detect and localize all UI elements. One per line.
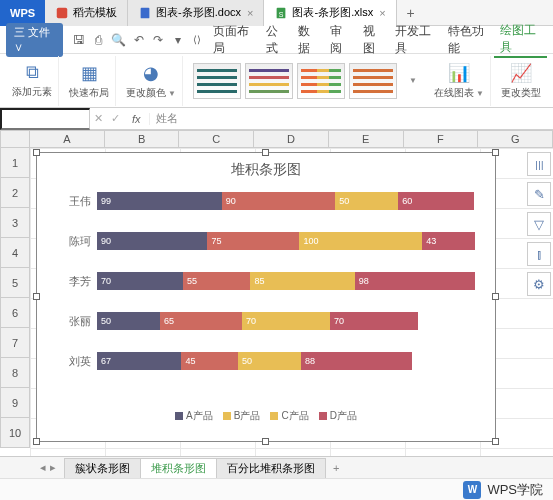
resize-handle[interactable]: [33, 438, 40, 445]
gallery-more-icon[interactable]: ▼: [409, 76, 417, 85]
col-header[interactable]: F: [404, 130, 479, 148]
chart-style-1[interactable]: [193, 63, 241, 99]
bar-segment[interactable]: 70: [97, 272, 183, 290]
row-header[interactable]: 9: [0, 388, 30, 418]
bar-segment[interactable]: 67: [97, 352, 181, 370]
online-chart-button[interactable]: 📊 在线图表▼: [428, 56, 491, 106]
select-all-corner[interactable]: [0, 130, 30, 148]
bar-segment[interactable]: 90: [97, 232, 207, 250]
row-header[interactable]: 6: [0, 298, 30, 328]
legend-item[interactable]: B产品: [223, 409, 261, 423]
stacked-bar[interactable]: 50657070: [97, 312, 475, 330]
brush-icon[interactable]: ✎: [527, 182, 551, 206]
chart-style-3[interactable]: [297, 63, 345, 99]
fx-icon[interactable]: fx: [124, 113, 150, 125]
menu-drawing-tools[interactable]: 绘图工具: [494, 22, 547, 58]
row-header[interactable]: 5: [0, 268, 30, 298]
chart-bar-row[interactable]: 刘英67455088: [97, 343, 475, 379]
bar-segment[interactable]: 55: [183, 272, 251, 290]
menu-review[interactable]: 审阅: [324, 23, 356, 57]
chart-legend[interactable]: A产品 B产品 C产品 D产品: [37, 403, 495, 423]
bar-segment[interactable]: 60: [398, 192, 474, 210]
col-header[interactable]: A: [30, 130, 105, 148]
col-header[interactable]: E: [329, 130, 404, 148]
quick-layout-button[interactable]: ▦ 快速布局: [63, 56, 116, 106]
chart-type-icon[interactable]: ⫿: [527, 242, 551, 266]
file-menu[interactable]: 三 文件 ∨: [6, 23, 63, 57]
fx-cancel-icon[interactable]: ✕: [90, 112, 107, 125]
save-icon[interactable]: 🖫: [72, 32, 86, 48]
add-sheet-button[interactable]: +: [325, 462, 347, 474]
sheet-tab[interactable]: 百分比堆积条形图: [216, 458, 326, 478]
bar-segment[interactable]: 75: [207, 232, 299, 250]
row-header[interactable]: 2: [0, 178, 30, 208]
col-header[interactable]: G: [478, 130, 553, 148]
resize-handle[interactable]: [33, 149, 40, 156]
bar-segment[interactable]: 85: [250, 272, 354, 290]
col-header[interactable]: D: [254, 130, 329, 148]
bar-segment[interactable]: 70: [242, 312, 330, 330]
chart-bar-row[interactable]: 李芳70558598: [97, 263, 475, 299]
menu-layout[interactable]: 页面布局: [207, 23, 260, 57]
sheet-tab-active[interactable]: 堆积条形图: [140, 458, 217, 478]
nav-next-icon[interactable]: ▸: [50, 461, 56, 474]
undo-icon[interactable]: ↶: [132, 32, 146, 48]
tab-template[interactable]: 稻壳模板: [45, 0, 128, 26]
change-color-button[interactable]: ◕ 更改颜色▼: [120, 56, 183, 106]
bar-segment[interactable]: 50: [335, 192, 398, 210]
legend-item[interactable]: D产品: [319, 409, 357, 423]
bar-segment[interactable]: 50: [238, 352, 301, 370]
filter-icon[interactable]: ▽: [527, 212, 551, 236]
chevron-down-icon[interactable]: ▾: [171, 32, 185, 48]
menu-dev[interactable]: 开发工具: [389, 23, 442, 57]
bar-segment[interactable]: 100: [299, 232, 422, 250]
stacked-bar[interactable]: 67455088: [97, 352, 475, 370]
chart-object[interactable]: 堆积条形图 王伟99905060陈珂907510043李芳70558598张丽5…: [36, 152, 496, 442]
print-icon[interactable]: ⎙: [91, 32, 105, 48]
resize-handle[interactable]: [262, 438, 269, 445]
preview-icon[interactable]: 🔍: [111, 32, 126, 48]
close-icon[interactable]: ×: [379, 7, 385, 19]
menu-formula[interactable]: 公式: [260, 23, 292, 57]
redo-icon[interactable]: ↷: [151, 32, 165, 48]
bar-segment[interactable]: 65: [160, 312, 242, 330]
stacked-bar[interactable]: 70558598: [97, 272, 475, 290]
row-header[interactable]: 8: [0, 358, 30, 388]
add-element-button[interactable]: ⧉ 添加元素: [6, 56, 59, 106]
chart-plot-area[interactable]: 王伟99905060陈珂907510043李芳70558598张丽5065707…: [37, 183, 495, 403]
name-box[interactable]: [0, 108, 90, 130]
bar-segment[interactable]: 88: [301, 352, 412, 370]
close-icon[interactable]: ×: [247, 7, 253, 19]
resize-handle[interactable]: [492, 149, 499, 156]
row-header[interactable]: 4: [0, 238, 30, 268]
sheet-nav[interactable]: ◂▸: [40, 461, 56, 474]
chart-title[interactable]: 堆积条形图: [37, 153, 495, 183]
resize-handle[interactable]: [262, 149, 269, 156]
gear-icon[interactable]: ⚙: [527, 272, 551, 296]
row-header[interactable]: 10: [0, 418, 30, 448]
tab-add-button[interactable]: +: [397, 5, 425, 21]
bar-segment[interactable]: 45: [181, 352, 238, 370]
row-header[interactable]: 3: [0, 208, 30, 238]
chart-element-icon[interactable]: ⫼: [527, 152, 551, 176]
bar-segment[interactable]: 90: [222, 192, 335, 210]
chart-style-4[interactable]: [349, 63, 397, 99]
chart-bar-row[interactable]: 张丽50657070: [97, 303, 475, 339]
bar-segment[interactable]: 43: [422, 232, 475, 250]
bar-segment[interactable]: 98: [355, 272, 475, 290]
overflow-icon[interactable]: ⟨⟩: [191, 32, 205, 48]
chart-bar-row[interactable]: 王伟99905060: [97, 183, 475, 219]
col-header[interactable]: C: [179, 130, 254, 148]
nav-prev-icon[interactable]: ◂: [40, 461, 46, 474]
legend-item[interactable]: A产品: [175, 409, 213, 423]
row-header[interactable]: 7: [0, 328, 30, 358]
menu-data[interactable]: 数据: [292, 23, 324, 57]
row-header[interactable]: 1: [0, 148, 30, 178]
col-header[interactable]: B: [105, 130, 180, 148]
fx-confirm-icon[interactable]: ✓: [107, 112, 124, 125]
bar-segment[interactable]: 50: [97, 312, 160, 330]
resize-handle[interactable]: [492, 438, 499, 445]
change-type-button[interactable]: 📈 更改类型: [495, 56, 547, 106]
sheet-tab[interactable]: 簇状条形图: [64, 458, 141, 478]
bar-segment[interactable]: 70: [330, 312, 418, 330]
